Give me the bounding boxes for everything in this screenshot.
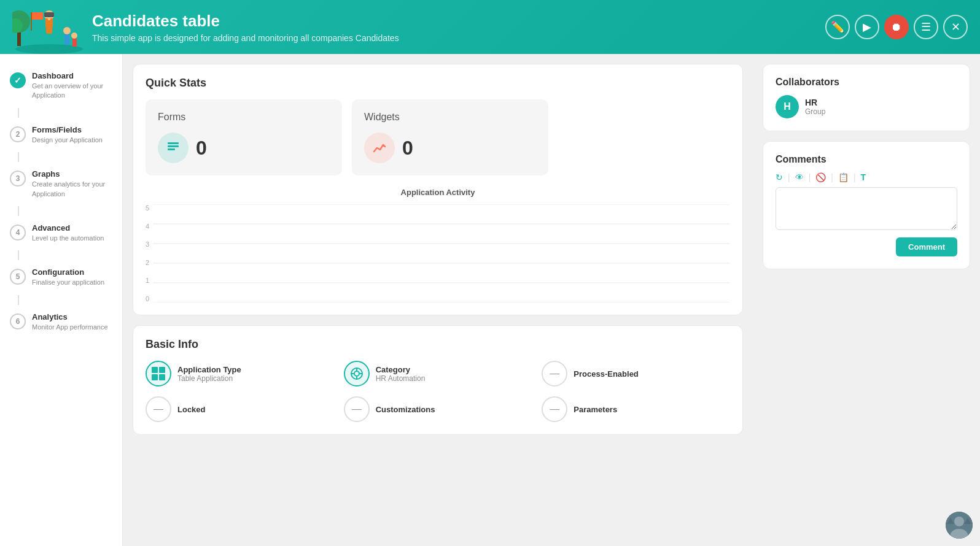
process-label: Process-Enabled [574,369,639,379]
user-avatar[interactable] [946,512,973,539]
content-area: Quick Stats Forms 0 Widgets [123,54,753,546]
svg-rect-15 [168,142,179,144]
chart-y-axis: 0 1 2 3 4 5 [146,204,153,302]
step-desc-analytics: Monitor App performance [32,323,108,332]
basic-info-card: Basic Info Application Type Table Applic… [133,325,743,435]
forms-value-row: 0 [158,133,207,163]
step-content-advanced: Advanced Level up the automation [32,223,104,243]
edit-button[interactable]: ✏️ [825,15,850,39]
step-desc-forms: Design your Application [32,136,103,145]
quick-stats-title: Quick Stats [146,77,730,90]
customizations-text: Customizations [376,405,435,414]
collaborator-item: H HR Group [776,95,957,118]
step-circle-5: 5 [10,269,26,285]
comments-card: Comments ↻ | 👁 | 🚫 | 📋 | T Comment [763,141,970,269]
category-value: HR Automation [376,374,426,383]
sidebar: ✓ Dashboard Get an overview of your Appl… [0,54,123,546]
category-label: Category [376,365,426,374]
sidebar-item-advanced[interactable]: 4 Advanced Level up the automation [0,216,122,250]
hide-icon[interactable]: 🚫 [815,172,826,182]
connector-1 [18,108,19,118]
svg-point-31 [954,517,964,526]
widgets-icon [364,133,395,163]
collaborators-title: Collaborators [776,77,957,88]
svg-rect-17 [168,148,175,150]
step-content-forms: Forms/Fields Design your Application [32,125,103,145]
y-label-3: 3 [146,240,149,248]
sidebar-item-analytics[interactable]: 6 Analytics Monitor App performance [0,305,122,339]
y-label-2: 2 [146,259,149,266]
y-label-0: 0 [146,295,149,302]
collaborators-card: Collaborators H HR Group [763,64,970,131]
step-desc-advanced: Level up the automation [32,234,104,243]
step-content-config: Configuration Finalise your application [32,267,104,287]
app-type-value: Table Application [177,374,241,383]
comment-button[interactable]: Comment [896,237,957,256]
sidebar-item-config[interactable]: 5 Configuration Finalise your applicatio… [0,260,122,294]
stats-row: Forms 0 Widgets 0 [146,99,730,175]
svg-rect-13 [31,12,32,31]
step-title-analytics: Analytics [32,312,108,321]
svg-point-10 [63,27,71,34]
forms-stat-box: Forms 0 [146,99,342,175]
text-icon[interactable]: T [861,172,866,182]
sidebar-item-forms[interactable]: 2 Forms/Fields Design your Application [0,118,122,152]
connector-4 [18,250,19,260]
app-type-text: Application Type Table Application [177,365,241,383]
record-button[interactable]: ⏺ [884,15,909,39]
svg-point-12 [71,33,77,39]
header-text: Candidates table This simple app is desi… [92,12,825,43]
sidebar-item-graphs[interactable]: 3 Graphs Create analytics for your Appli… [0,162,122,206]
collaborator-role: Group [805,107,825,116]
comment-input[interactable] [776,187,957,230]
connector-2 [18,152,19,162]
view-icon[interactable]: 👁 [795,172,804,182]
divider-1: | [788,172,790,182]
category-text: Category HR Automation [376,365,426,383]
locked-label: Locked [177,405,206,414]
svg-point-25 [354,371,359,376]
widgets-label: Widgets [364,112,400,123]
step-title-graphs: Graphs [32,169,112,179]
step-title-config: Configuration [32,267,104,277]
step-content-analytics: Analytics Monitor App performance [32,312,108,332]
copy-icon[interactable]: 📋 [838,172,849,182]
process-text: Process-Enabled [574,369,639,379]
info-parameters: — Parameters [542,396,730,422]
step-circle-4: 4 [10,225,26,240]
app-type-label: Application Type [177,365,241,374]
step-title-forms: Forms/Fields [32,125,103,134]
info-customizations: — Customizations [344,396,532,422]
svg-rect-11 [72,38,77,47]
menu-button[interactable]: ☰ [914,15,938,39]
app-type-icon [146,361,171,386]
close-button[interactable]: ✕ [943,15,968,39]
svg-rect-6 [45,18,48,28]
locked-icon: — [146,396,171,422]
customizations-label: Customizations [376,405,435,414]
activity-chart: Application Activity 0 1 2 3 4 5 [146,188,730,302]
comment-toolbar: ↻ | 👁 | 🚫 | 📋 | T [776,172,957,182]
app-title: Candidates table [92,12,825,31]
step-desc-dashboard: Get an overview of your Application [32,82,112,101]
forms-icon [158,133,189,163]
y-label-4: 4 [146,223,149,230]
parameters-label: Parameters [574,405,617,414]
chart-plot-area [153,204,730,302]
play-button[interactable]: ▶ [855,15,879,39]
sidebar-item-dashboard[interactable]: ✓ Dashboard Get an overview of your Appl… [0,64,122,108]
connector-5 [18,295,19,305]
y-label-5: 5 [146,204,149,212]
info-locked: — Locked [146,396,334,422]
parameters-text: Parameters [574,405,617,414]
basic-info-title: Basic Info [146,338,730,351]
collaborator-avatar: H [776,95,799,118]
info-app-type: Application Type Table Application [146,361,334,386]
widgets-stat-box: Widgets 0 [352,99,548,175]
step-circle-2: 2 [10,126,26,142]
svg-rect-9 [64,34,69,45]
app-header: Candidates table This simple app is desi… [0,0,980,54]
refresh-icon[interactable]: ↻ [776,172,783,182]
step-circle-6: 6 [10,313,26,329]
step-title-dashboard: Dashboard [32,71,112,80]
